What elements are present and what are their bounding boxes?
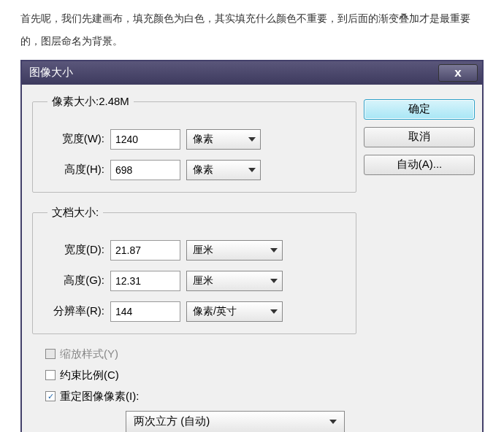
pixel-height-unit-value: 像素 [193,163,213,177]
pixel-height-unit-select[interactable]: 像素 [186,160,261,180]
resample-method-value: 两次立方 (自动) [134,414,210,428]
dialog-titlebar: 图像大小 x [22,61,482,85]
resolution-label: 分辨率(R): [47,304,104,318]
doc-width-label: 宽度(D): [47,243,104,257]
image-size-dialog: 图像大小 x 像素大小:2.48M 宽度(W): 像素 [20,60,484,432]
ok-button[interactable]: 确定 [364,99,475,120]
document-size-legend: 文档大小: [47,206,103,220]
resample-row[interactable]: ✓ 重定图像像素(I): [45,390,346,404]
constrain-proportions-checkbox[interactable] [45,370,56,380]
resolution-input[interactable] [110,301,180,322]
resample-method-select[interactable]: 两次立方 (自动) [126,411,345,432]
chevron-down-icon [248,168,256,172]
pixel-width-label: 宽度(W): [47,132,104,146]
scale-styles-row: 缩放样式(Y) [45,347,346,361]
auto-button[interactable]: 自动(A)... [364,155,475,175]
doc-width-input[interactable] [110,240,180,261]
chevron-down-icon [270,248,278,252]
scale-styles-checkbox [45,349,56,359]
pixel-dimensions-group: 像素大小:2.48M 宽度(W): 像素 高度(H): 像素 [32,95,356,193]
pixel-height-label: 高度(H): [47,163,104,177]
doc-height-unit-value: 厘米 [193,274,213,288]
chevron-down-icon [270,279,278,283]
chevron-down-icon [329,420,337,424]
pixel-width-unit-value: 像素 [193,133,213,146]
intro-text: 首先呢，我们先建画布，填充颜色为白色，其实填充什么颜色不重要，到后面的渐变叠加才… [0,0,504,60]
pixel-dimensions-legend: 像素大小:2.48M [47,95,134,109]
pixel-width-input[interactable] [110,129,180,150]
doc-width-unit-value: 厘米 [193,244,213,257]
constrain-proportions-row[interactable]: 约束比例(C) [45,369,346,382]
scale-styles-label: 缩放样式(Y) [60,347,118,361]
doc-height-label: 高度(G): [47,274,104,288]
pixel-width-unit-select[interactable]: 像素 [186,129,261,150]
constrain-proportions-label: 约束比例(C) [60,369,119,382]
cancel-button[interactable]: 取消 [364,127,475,147]
dialog-title: 图像大小 [29,66,73,80]
resolution-unit-value: 像素/英寸 [193,305,237,318]
doc-height-unit-select[interactable]: 厘米 [186,271,283,291]
doc-width-unit-select[interactable]: 厘米 [186,240,283,261]
close-button[interactable]: x [438,64,478,82]
pixel-height-input[interactable] [110,160,180,180]
doc-height-input[interactable] [110,271,180,291]
document-size-group: 文档大小: 宽度(D): 厘米 高度(G): 厘米 [32,206,356,334]
resample-label: 重定图像像素(I): [60,390,139,404]
resolution-unit-select[interactable]: 像素/英寸 [186,301,283,322]
chevron-down-icon [248,137,256,142]
chevron-down-icon [270,309,278,314]
resample-checkbox[interactable]: ✓ [45,391,56,401]
